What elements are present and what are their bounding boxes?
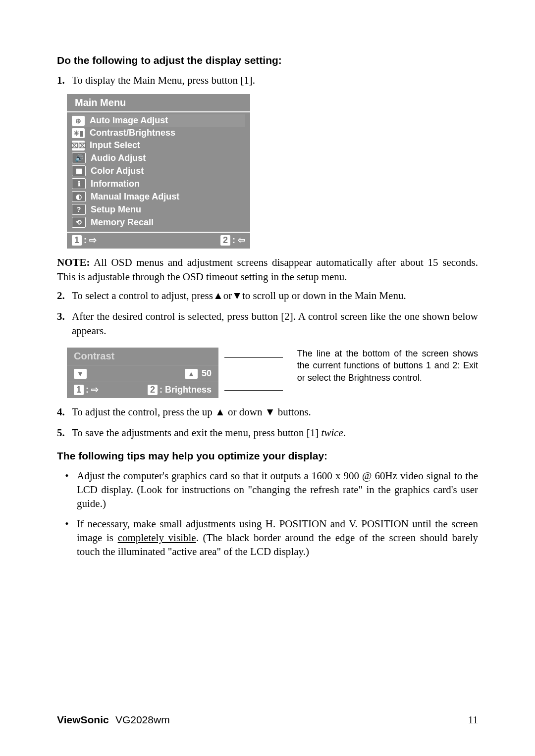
tips-list: • Adjust the computer's graphics card so… (57, 469, 478, 559)
osd-item-audio-adjust: 🔊 Audio Adjust (72, 151, 245, 164)
step-2-text-a: To select a control to adjust, press (72, 290, 213, 302)
key-1-box: 1 (72, 235, 82, 246)
step-2-body: To select a control to adjust, press▲or▼… (72, 289, 478, 302)
step-1: 1. To display the Main Menu, press butto… (57, 73, 478, 87)
osd-item-manual-image-adjust: ◐ Manual Image Adjust (72, 190, 245, 203)
osd-item-setup-menu: ? Setup Menu (72, 203, 245, 216)
footer-brand: ViewSonic (57, 714, 109, 725)
key-2-glyph: : ⇦ (232, 235, 245, 246)
information-icon: ℹ (72, 178, 86, 189)
step-1-number: 1. (57, 73, 72, 87)
step-4-number: 4. (57, 405, 72, 419)
step-5-twice: twice (321, 427, 343, 439)
step-5-body: To save the adjustments and exit the men… (72, 426, 478, 440)
osd-contrast-key-2: 2 : Brightness (148, 384, 212, 395)
step-4-text-a: To adjust the control, press the up (72, 406, 215, 418)
osd-contrast-control-row: ▼ ▲ 50 (67, 365, 218, 382)
page-footer: ViewSonic VG2028wm 11 (57, 714, 478, 726)
osd-footer-key-2: 2 : ⇦ (220, 235, 245, 246)
tip-bullet-icon: • (57, 517, 77, 559)
osd-item-information: ℹ Information (72, 177, 245, 190)
osd-main-menu-title: Main Menu (67, 94, 250, 112)
note-osd-timeout: NOTE: All OSD menus and adjustment scree… (57, 255, 478, 284)
osd-main-menu-items: ⊕ Auto Image Adjust ☀▮ Contrast/Brightne… (67, 112, 250, 232)
osd-item-label: Setup Menu (91, 204, 141, 215)
key-1-glyph: : ⇨ (84, 235, 97, 246)
osd-item-auto-image-adjust: ⊕ Auto Image Adjust (72, 114, 245, 127)
osd-item-label: Auto Image Adjust (90, 115, 168, 126)
triangle-up-icon: ▲ (215, 406, 225, 417)
osd-item-label: Contrast/Brightness (90, 128, 175, 138)
osd-main-menu-figure: Main Menu ⊕ Auto Image Adjust ☀▮ Contras… (67, 94, 478, 249)
osd-item-label: Audio Adjust (91, 153, 146, 163)
step-5-text-c: . (343, 427, 346, 439)
footer-page-number: 11 (468, 714, 478, 726)
step-5-number: 5. (57, 426, 72, 440)
contrast-key-1-glyph: : ⇨ (86, 384, 99, 395)
step-3: 3. After the desired control is selected… (57, 309, 478, 338)
contrast-brightness-icon: ☀▮ (72, 128, 85, 138)
memory-recall-icon: ⟲ (72, 217, 86, 228)
key-2-box: 2 (220, 235, 230, 246)
contrast-key-2-label: : Brightness (160, 385, 212, 395)
osd-item-memory-recall: ⟲ Memory Recall (72, 216, 245, 229)
tip-1: • Adjust the computer's graphics card so… (57, 469, 478, 511)
step-4: 4. To adjust the control, press the up ▲… (57, 405, 478, 419)
tip-2-underline: completely visible (118, 532, 196, 544)
step-3-body: After the desired control is selected, p… (72, 309, 478, 338)
step-2-text-c: to scroll up or down in the Main Menu. (242, 290, 406, 302)
contrast-key-2-box: 2 (148, 385, 158, 395)
tip-2-body: If necessary, make small adjustments usi… (77, 517, 478, 559)
osd-contrast-value: 50 (202, 368, 212, 379)
audio-adjust-icon: 🔊 (72, 152, 86, 163)
note-lead: NOTE: (57, 256, 90, 268)
heading-adjust-display: Do the following to adjust the display s… (57, 54, 478, 66)
auto-image-adjust-icon: ⊕ (72, 116, 85, 126)
step-2: 2. To select a control to adjust, press▲… (57, 289, 478, 302)
osd-contrast-title: Contrast (67, 348, 218, 365)
manual-image-adjust-icon: ◐ (72, 191, 86, 202)
osd-item-contrast-brightness: ☀▮ Contrast/Brightness (72, 127, 245, 139)
osd-item-label: Information (91, 179, 140, 189)
note-body: All OSD menus and adjustment screens dis… (57, 256, 478, 282)
step-5-text-a: To save the adjustments and exit the men… (72, 427, 321, 439)
osd-contrast-figure: Contrast ▼ ▲ 50 1 : ⇨ 2 : Brightness (67, 348, 478, 398)
triangle-down-icon: ▼ (232, 290, 242, 301)
osd-item-label: Input Select (90, 140, 140, 151)
step-4-body: To adjust the control, press the up ▲ or… (72, 405, 478, 419)
tip-bullet-icon: • (57, 469, 77, 511)
osd-item-label: Memory Recall (91, 217, 154, 228)
step-2-text-b: or (223, 290, 232, 302)
color-adjust-icon: ▦ (72, 165, 86, 176)
osd-item-label: Color Adjust (91, 166, 144, 176)
osd-main-menu-footer: 1 : ⇨ 2 : ⇦ (67, 232, 250, 249)
osd-main-menu: Main Menu ⊕ Auto Image Adjust ☀▮ Contras… (67, 94, 250, 249)
step-4-text-b: or down (225, 406, 265, 418)
osd-item-input-select: ⌧⌧ Input Select (72, 139, 245, 151)
step-4-text-c: buttons. (275, 406, 311, 418)
step-3-number: 3. (57, 309, 72, 338)
document-page: Do the following to adjust the display s… (0, 0, 535, 756)
tip-2: • If necessary, make small adjustments u… (57, 517, 478, 559)
footer-left: ViewSonic VG2028wm (57, 714, 170, 726)
footer-model: VG2028wm (115, 714, 170, 725)
osd-contrast-right: ▲ 50 (185, 368, 212, 379)
osd-contrast-panel: Contrast ▼ ▲ 50 1 : ⇨ 2 : Brightness (67, 348, 218, 398)
osd-item-label: Manual Image Adjust (91, 192, 179, 202)
setup-menu-icon: ? (72, 204, 86, 215)
input-select-icon: ⌧⌧ (72, 141, 85, 151)
osd-contrast-footer: 1 : ⇨ 2 : Brightness (67, 382, 218, 398)
heading-optimize-tips: The following tips may help you optimize… (57, 450, 478, 462)
osd-footer-key-1: 1 : ⇨ (72, 235, 97, 246)
triangle-down-button-icon: ▼ (74, 369, 87, 379)
osd-item-color-adjust: ▦ Color Adjust (72, 164, 245, 177)
step-2-number: 2. (57, 289, 72, 302)
osd-contrast-key-1: 1 : ⇨ (74, 384, 99, 395)
connector-line-bottom (224, 390, 283, 391)
figure-caption: The line at the bottom of the screen sho… (297, 348, 478, 384)
triangle-up-button-icon: ▲ (185, 369, 198, 379)
step-5: 5. To save the adjustments and exit the … (57, 426, 478, 440)
contrast-key-1-box: 1 (74, 385, 84, 395)
step-1-body: To display the Main Menu, press button [… (72, 73, 478, 87)
triangle-up-icon: ▲ (213, 290, 223, 301)
